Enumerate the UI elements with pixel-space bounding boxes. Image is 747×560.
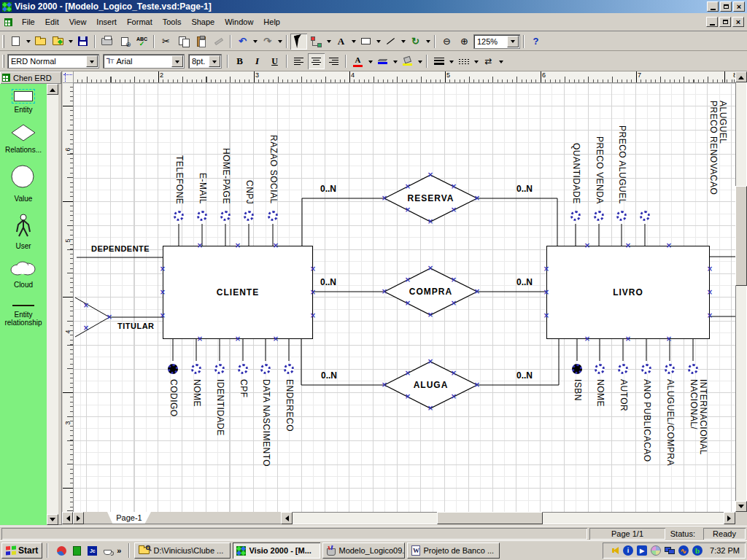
attr-label-nome-livro[interactable]: NOME [595, 379, 605, 407]
toolbar-grip[interactable] [2, 35, 4, 48]
italic-button[interactable]: I [249, 53, 266, 69]
redo-dropdown[interactable] [276, 34, 283, 50]
text-tool-button[interactable]: A [333, 34, 349, 50]
info-icon[interactable]: i [622, 545, 634, 556]
entity-cliente[interactable]: CLIENTE [163, 246, 313, 339]
menu-shape[interactable]: Shape [186, 15, 220, 28]
relationship-aluga-label[interactable]: ALUGA [384, 380, 477, 390]
menu-view[interactable]: View [64, 15, 92, 28]
media-player-icon[interactable]: ▶ [636, 545, 648, 556]
dependente-label[interactable]: DEPENDENTE [91, 244, 150, 253]
menu-help[interactable]: Help [258, 15, 285, 28]
attribute-circle[interactable] [641, 364, 651, 374]
line-tool-dropdown[interactable] [400, 34, 406, 50]
spelling-button[interactable]: ABC✓ [133, 34, 150, 50]
vertical-scrollbar[interactable] [735, 71, 747, 512]
zoom-combo-dropdown[interactable] [507, 36, 519, 47]
pointer-tool-button[interactable] [290, 34, 307, 50]
toolbar-grip[interactable] [2, 55, 4, 68]
attr-label-identidade[interactable]: IDENTIDADE [215, 379, 225, 436]
rotation-tool-button[interactable]: ↻ [407, 34, 424, 50]
task-button-visio[interactable]: Visio 2000 - [M... [233, 542, 320, 559]
bold-button[interactable]: B [231, 53, 248, 69]
attr-label-ano-publicacao[interactable]: ANO PUBLICACAO [642, 379, 651, 462]
menu-window[interactable]: Window [220, 15, 258, 28]
connector-tool-dropdown[interactable] [325, 34, 332, 50]
attr-label-cnpj[interactable]: CNPJ [244, 180, 254, 204]
zoom-combo[interactable]: 125% [473, 34, 520, 49]
stencil-header[interactable]: Chen ERD [0, 71, 61, 84]
relationship-reserva-label[interactable]: RESERVA [384, 193, 477, 203]
attribute-circle[interactable] [268, 211, 278, 221]
restore-button[interactable] [720, 1, 732, 12]
print-preview-button[interactable] [116, 34, 133, 50]
align-left-icon[interactable] [290, 53, 307, 69]
attribute-circle[interactable] [616, 211, 627, 221]
align-center-icon[interactable] [308, 53, 325, 69]
zoom-out-button[interactable]: ⊖ [438, 34, 455, 50]
start-button[interactable]: Start [1, 542, 42, 559]
relationship-compra-label[interactable]: COMPRA [384, 287, 477, 297]
line-weight-dropdown[interactable] [448, 53, 454, 69]
attr-label-email[interactable]: E-MAIL [198, 173, 207, 204]
stencil-item-value[interactable]: Value [1, 164, 46, 203]
wave-icon[interactable]: ∿ [678, 545, 689, 556]
horizontal-scroll-thumb[interactable] [437, 512, 543, 524]
attr-label-homepage[interactable]: HOME-PAGE [221, 148, 231, 204]
doc-restore-button[interactable] [719, 17, 731, 27]
task-button-paint[interactable]: Modelo_Logico09... [322, 542, 405, 559]
rectangle-tool-button[interactable] [357, 34, 374, 50]
attribute-circle[interactable] [665, 364, 675, 374]
line-color-icon[interactable] [374, 53, 391, 69]
attribute-circle[interactable] [214, 364, 225, 374]
attr-label-aluguel-compra[interactable]: ALUGUEL/COMPRA [665, 379, 675, 466]
print-button[interactable] [98, 34, 115, 50]
page-next-icon[interactable] [73, 512, 84, 524]
overflow-chevron-icon[interactable]: » [117, 546, 121, 555]
line-weight-icon[interactable] [430, 53, 447, 69]
titular-label[interactable]: TITULAR [117, 322, 155, 330]
line-ends-icon[interactable]: ⇄ [480, 53, 497, 69]
underline-button[interactable]: U [266, 53, 283, 69]
attribute-circle[interactable] [284, 364, 294, 374]
size-combo-dropdown[interactable] [209, 55, 220, 67]
attribute-circle[interactable] [191, 364, 201, 374]
stencil-item-entity-relationship[interactable]: Entity relationship [1, 299, 46, 327]
attribute-circle-filled[interactable] [572, 364, 582, 374]
scroll-down-icon[interactable] [735, 501, 747, 512]
doc-close-button[interactable]: × [732, 17, 744, 27]
stencil-item-relationship[interactable]: Relations... [1, 124, 46, 154]
attribute-circle-filled[interactable] [168, 364, 178, 374]
stencil-item-cloud[interactable]: Cloud [1, 260, 46, 289]
attribute-circle[interactable] [688, 364, 698, 374]
new-dropdown[interactable] [25, 34, 31, 50]
stencil-item-entity[interactable]: Entity [1, 91, 46, 114]
help-button[interactable]: ? [527, 34, 544, 50]
size-combo[interactable]: 8pt. [188, 54, 222, 69]
attr-label-preco-renovacao[interactable]: PRECO RENOVACAO ALUGUEL [708, 101, 727, 204]
font-color-icon[interactable]: A [349, 53, 366, 69]
font-combo[interactable]: ꞀT Arial [103, 54, 185, 69]
drawing-page[interactable]: CLIENTE LIVRO RESERVA COMPRA ALUGA 0..N … [74, 83, 736, 512]
attr-label-nacional-internacional[interactable]: NACIONAL/ INTERNACIONAL [689, 379, 708, 471]
coffee-cup-icon[interactable] [101, 545, 114, 557]
attr-label-cpf[interactable]: CPF [239, 379, 248, 398]
scroll-right-icon[interactable] [724, 512, 735, 524]
attr-label-nome[interactable]: NOME [192, 379, 201, 407]
zoom-in-button[interactable]: ⊕ [456, 34, 473, 50]
attr-label-telefone[interactable]: TELEFONE [174, 155, 184, 204]
save-button[interactable] [74, 34, 91, 50]
line-pattern-dropdown[interactable] [473, 53, 479, 69]
scroll-up-icon[interactable] [735, 71, 747, 82]
task-button-explorer[interactable]: D:\Vinicius\Clube ... [134, 542, 231, 559]
font-combo-dropdown[interactable] [171, 55, 183, 67]
entity-livro[interactable]: LIVRO [546, 246, 710, 339]
attr-label-quantidade[interactable]: QUANTIDADE [571, 143, 581, 204]
menu-insert[interactable]: Insert [91, 15, 122, 28]
attribute-circle[interactable] [640, 211, 650, 221]
attribute-circle[interactable] [595, 364, 605, 374]
new-button[interactable] [7, 34, 24, 50]
attr-label-razao-social[interactable]: RAZAO SOCIAL [268, 135, 278, 204]
menu-format[interactable]: Format [122, 15, 158, 28]
align-right-icon[interactable] [325, 53, 342, 69]
